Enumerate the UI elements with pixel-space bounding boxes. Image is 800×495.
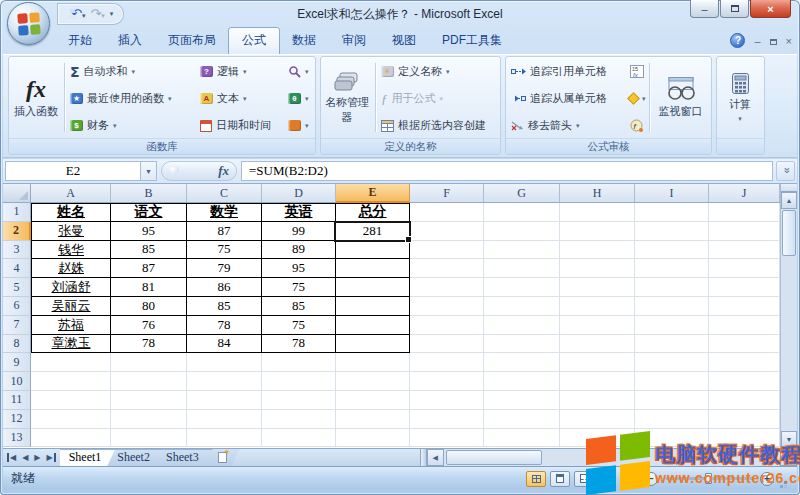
vertical-scroll-thumb[interactable] (782, 210, 796, 256)
row-header-6[interactable]: 6 (3, 297, 31, 316)
cell-G7[interactable] (484, 316, 560, 335)
cell-B4[interactable]: 87 (111, 259, 187, 278)
help-icon[interactable]: ? (730, 33, 745, 48)
minimize-button[interactable]: – (690, 0, 719, 18)
row-header-4[interactable]: 4 (3, 259, 31, 278)
cell-A12[interactable] (31, 410, 111, 429)
cell-I11[interactable] (635, 391, 709, 410)
cell-B10[interactable] (111, 372, 187, 391)
office-button[interactable] (7, 2, 50, 45)
cell-C12[interactable] (187, 410, 262, 429)
create-from-selection-button[interactable]: 根据所选内容创建 (378, 112, 489, 139)
view-page-layout-button[interactable] (550, 471, 570, 487)
cell-D10[interactable] (262, 372, 336, 391)
cell-A7[interactable]: 苏福 (31, 316, 111, 335)
cell-H4[interactable] (560, 259, 635, 278)
cell-F11[interactable] (410, 391, 484, 410)
logical-button[interactable]: ? 逻辑▾ (197, 58, 274, 85)
cell-A9[interactable] (31, 353, 111, 372)
cell-A3[interactable]: 钱华 (31, 241, 111, 260)
cell-C3[interactable]: 75 (187, 241, 262, 260)
tab-view[interactable]: 视图 (379, 28, 429, 54)
cell-J5[interactable] (709, 278, 780, 297)
sheet-tab-sheet3[interactable]: Sheet3 (157, 449, 213, 466)
name-manager-button[interactable]: 名称管理器 (323, 60, 371, 136)
cell-E7[interactable] (336, 316, 410, 335)
scroll-left-icon[interactable]: ◀ (427, 449, 444, 466)
cell-H6[interactable] (560, 297, 635, 316)
cell-H7[interactable] (560, 316, 635, 335)
next-sheet-button[interactable]: ▶ (34, 453, 40, 462)
cell-J7[interactable] (709, 316, 780, 335)
cell-H3[interactable] (560, 241, 635, 260)
cell-D9[interactable] (262, 353, 336, 372)
cell-I10[interactable] (635, 372, 709, 391)
cell-J3[interactable] (709, 241, 780, 260)
cell-E11[interactable] (336, 391, 410, 410)
column-header-I[interactable]: I (635, 184, 709, 203)
cell-I2[interactable] (635, 222, 709, 241)
cell-I1[interactable] (635, 203, 709, 222)
cell-E3[interactable] (336, 241, 410, 260)
name-box[interactable]: E2 (5, 161, 141, 181)
cell-J8[interactable] (709, 335, 780, 354)
cell-A8[interactable]: 章漱玉 (31, 335, 111, 354)
name-box-dropdown-icon[interactable]: ▼ (141, 161, 157, 181)
cell-D1[interactable]: 英语 (262, 203, 336, 222)
cell-G12[interactable] (484, 410, 560, 429)
cell-F10[interactable] (410, 372, 484, 391)
cell-J9[interactable] (709, 353, 780, 372)
cell-J11[interactable] (709, 391, 780, 410)
cell-H11[interactable] (560, 391, 635, 410)
cell-B2[interactable]: 95 (111, 222, 187, 241)
cell-C13[interactable] (187, 429, 262, 448)
cell-H8[interactable] (560, 335, 635, 354)
define-name-button[interactable]: ✳ 定义名称▾ (378, 58, 489, 85)
cell-D4[interactable]: 95 (262, 259, 336, 278)
vertical-scrollbar[interactable]: ▲ ▼ (780, 184, 797, 448)
cell-B6[interactable]: 80 (111, 297, 187, 316)
cell-F9[interactable] (410, 353, 484, 372)
cell-G2[interactable] (484, 222, 560, 241)
cell-G5[interactable] (484, 278, 560, 297)
cell-H1[interactable] (560, 203, 635, 222)
last-sheet-button[interactable]: ▶ (46, 453, 55, 462)
cell-E10[interactable] (336, 372, 410, 391)
evaluate-formula-button[interactable]: f (627, 112, 647, 139)
row-header-9[interactable]: 9 (3, 353, 31, 372)
cell-D5[interactable]: 75 (262, 278, 336, 297)
cell-I12[interactable] (635, 410, 709, 429)
cell-E1[interactable]: 总分 (336, 203, 410, 222)
cell-B11[interactable] (111, 391, 187, 410)
use-in-formula-button[interactable]: ƒ 用于公式▾ (378, 85, 489, 112)
date-time-button[interactable]: 日期和时间 (197, 112, 274, 139)
vertical-split-handle[interactable] (781, 184, 797, 192)
cell-A11[interactable] (31, 391, 111, 410)
row-header-13[interactable]: 13 (3, 429, 31, 448)
tab-data[interactable]: 数据 (279, 28, 329, 54)
cell-D12[interactable] (262, 410, 336, 429)
cell-J1[interactable] (709, 203, 780, 222)
cell-D7[interactable]: 75 (262, 316, 336, 335)
first-sheet-button[interactable]: ◀ (7, 453, 16, 462)
cell-I4[interactable] (635, 259, 709, 278)
cell-E8[interactable] (336, 335, 410, 354)
cell-C7[interactable]: 78 (187, 316, 262, 335)
cell-D8[interactable]: 78 (262, 335, 336, 354)
cell-H9[interactable] (560, 353, 635, 372)
cell-G11[interactable] (484, 391, 560, 410)
cell-A13[interactable] (31, 429, 111, 448)
cell-F2[interactable] (410, 222, 484, 241)
workbook-restore-button[interactable] (770, 36, 777, 46)
remove-arrows-button[interactable]: 移去箭头▾ (508, 112, 610, 139)
calculate-dropdown-icon[interactable]: ▾ (738, 115, 742, 123)
cell-F8[interactable] (410, 335, 484, 354)
cell-C4[interactable]: 79 (187, 259, 262, 278)
column-header-C[interactable]: C (187, 184, 262, 203)
cell-E6[interactable] (336, 297, 410, 316)
cell-H2[interactable] (560, 222, 635, 241)
column-header-J[interactable]: J (709, 184, 780, 203)
cell-F12[interactable] (410, 410, 484, 429)
cell-B9[interactable] (111, 353, 187, 372)
cell-H12[interactable] (560, 410, 635, 429)
